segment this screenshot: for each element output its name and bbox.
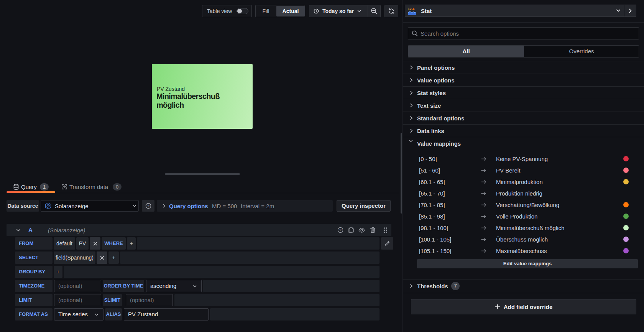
svg-text:12: 12	[408, 7, 412, 11]
svg-text:.4: .4	[412, 7, 414, 11]
svg-text:?: ?	[147, 204, 150, 208]
svg-text:?: ?	[339, 228, 342, 232]
